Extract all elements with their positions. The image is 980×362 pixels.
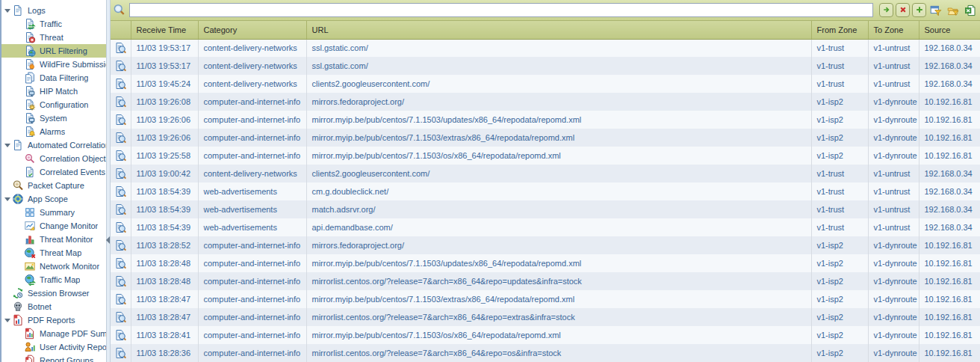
cell-category[interactable]: computer-and-internet-info [198, 147, 306, 165]
log-detail-icon[interactable] [111, 39, 131, 57]
cell-to-zone[interactable]: v1-dynroute [868, 308, 919, 326]
sidebar-item-change-monitor[interactable]: Change Monitor [1, 219, 106, 233]
export-csv-button[interactable] [963, 3, 978, 18]
cell-source[interactable]: 192.168.0.34 [919, 200, 980, 218]
cell-from-zone[interactable]: v1-trust [811, 182, 868, 200]
cell-receive-time[interactable]: 11/03 18:54:39 [131, 182, 198, 200]
sidebar-item-alarms[interactable]: Alarms [1, 125, 106, 138]
cell-receive-time[interactable]: 11/03 18:28:47 [131, 290, 198, 308]
cell-receive-time[interactable]: 11/03 19:00:42 [131, 165, 198, 182]
cell-category[interactable]: content-delivery-networks [198, 57, 306, 75]
cell-source[interactable]: 10.192.16.81 [919, 308, 980, 326]
cell-source[interactable]: 10.192.16.81 [919, 129, 980, 147]
sidebar-item-wildfire-submissions[interactable]: WildFire Submissions [1, 58, 106, 71]
cell-url[interactable]: mirrorlist.centos.org/?release=7&arch=x8… [306, 308, 811, 326]
cell-url[interactable]: mirror.myip.be/pub/centos/7.1.1503/updat… [306, 254, 811, 272]
cell-receive-time[interactable]: 11/03 19:26:06 [131, 129, 198, 147]
log-detail-icon[interactable] [111, 254, 131, 272]
cell-from-zone[interactable]: v1-trust [811, 57, 868, 75]
cell-from-zone[interactable]: v1-isp2 [811, 236, 868, 254]
cell-from-zone[interactable]: v1-trust [811, 200, 868, 218]
cell-category[interactable]: computer-and-internet-info [198, 129, 306, 147]
cell-receive-time[interactable]: 11/03 18:28:41 [131, 326, 198, 344]
sidebar-item-summary[interactable]: Summary [1, 206, 106, 219]
sidebar-item-user-activity-report[interactable]: User Activity Report [1, 340, 106, 354]
cell-from-zone[interactable]: v1-isp2 [811, 111, 868, 129]
cell-url[interactable]: mirrors.fedoraproject.org/ [306, 93, 811, 111]
sidebar-item-traffic-map[interactable]: Traffic Map [1, 273, 106, 286]
cell-url[interactable]: mirrorlist.centos.org/?release=7&arch=x8… [306, 272, 811, 290]
cell-receive-time[interactable]: 11/03 19:26:06 [131, 111, 198, 129]
cell-to-zone[interactable]: v1-dynroute [868, 326, 919, 344]
cell-source[interactable]: 10.192.16.81 [919, 147, 980, 165]
log-detail-icon[interactable] [111, 93, 131, 111]
cell-to-zone[interactable]: v1-untrust [868, 75, 919, 93]
sidebar-item-threat-monitor[interactable]: Threat Monitor [1, 233, 106, 246]
cell-source[interactable]: 192.168.0.34 [919, 57, 980, 75]
cell-to-zone[interactable]: v1-untrust [868, 39, 919, 57]
sidebar-item-app-scope[interactable]: App Scope [1, 192, 106, 206]
column-header-to_zone[interactable]: To Zone [868, 21, 919, 39]
expander-triangle-icon[interactable] [3, 144, 12, 147]
sidebar-item-botnet[interactable]: Botnet [1, 300, 106, 313]
cell-source[interactable]: 10.192.16.81 [919, 236, 980, 254]
cell-to-zone[interactable]: v1-dynroute [868, 129, 919, 147]
cell-source[interactable]: 10.192.16.81 [919, 290, 980, 308]
cell-from-zone[interactable]: v1-isp2 [811, 290, 868, 308]
sidebar-item-system[interactable]: System [1, 111, 106, 125]
column-header-receive_time[interactable]: Receive Time [131, 21, 198, 39]
cell-from-zone[interactable]: v1-trust [811, 165, 868, 182]
sidebar-item-automated-correlation[interactable]: Automated Correlation [1, 138, 106, 152]
sidebar-item-network-monitor[interactable]: Network Monitor [1, 260, 106, 273]
cell-url[interactable]: mirror.myip.be/pub/centos/7.1.1503/updat… [306, 111, 811, 129]
cell-receive-time[interactable]: 11/03 19:26:08 [131, 93, 198, 111]
apply-filter-button[interactable] [879, 3, 893, 17]
cell-category[interactable]: computer-and-internet-info [198, 344, 306, 362]
cell-category[interactable]: computer-and-internet-info [198, 308, 306, 326]
cell-url[interactable]: mirror.myip.be/pub/centos/7.1.1503/os/x8… [306, 326, 811, 344]
cell-url[interactable]: clients2.googleusercontent.com/ [306, 75, 811, 93]
log-detail-icon[interactable] [111, 236, 131, 254]
log-filter-input[interactable] [129, 3, 873, 17]
expander-triangle-icon[interactable] [3, 319, 12, 322]
cell-source[interactable]: 192.168.0.34 [919, 165, 980, 182]
column-header-category[interactable]: Category [198, 21, 306, 39]
cell-receive-time[interactable]: 11/03 18:28:36 [131, 344, 198, 362]
cell-to-zone[interactable]: v1-dynroute [868, 254, 919, 272]
log-detail-icon[interactable] [111, 129, 131, 147]
cell-to-zone[interactable]: v1-dynroute [868, 147, 919, 165]
log-detail-icon[interactable] [111, 111, 131, 129]
log-detail-icon[interactable] [111, 165, 131, 182]
cell-category[interactable]: computer-and-internet-info [198, 236, 306, 254]
cell-category[interactable]: web-advertisements [198, 200, 306, 218]
cell-from-zone[interactable]: v1-isp2 [811, 272, 868, 290]
cell-from-zone[interactable]: v1-isp2 [811, 129, 868, 147]
cell-url[interactable]: mirror.myip.be/pub/centos/7.1.1503/os/x8… [306, 147, 811, 165]
cell-category[interactable]: content-delivery-networks [198, 39, 306, 57]
cell-source[interactable]: 192.168.0.34 [919, 182, 980, 200]
sidebar-item-threat[interactable]: Threat [1, 31, 106, 44]
cell-to-zone[interactable]: v1-dynroute [868, 111, 919, 129]
cell-url[interactable]: mirrorlist.centos.org/?release=7&arch=x8… [306, 344, 811, 362]
cell-source[interactable]: 10.192.16.81 [919, 326, 980, 344]
sidebar-item-configuration[interactable]: Configuration [1, 98, 106, 111]
sidebar-item-url-filtering[interactable]: URL Filtering [1, 44, 106, 58]
column-header-url[interactable]: URL [306, 21, 811, 39]
cell-url[interactable]: mirror.myip.be/pub/centos/7.1.1503/extra… [306, 129, 811, 147]
cell-url[interactable]: ssl.gstatic.com/ [306, 39, 811, 57]
sidebar-item-packet-capture[interactable]: Packet Capture [1, 179, 106, 192]
cell-receive-time[interactable]: 11/03 18:54:39 [131, 218, 198, 236]
cell-receive-time[interactable]: 11/03 18:28:48 [131, 272, 198, 290]
cell-category[interactable]: web-advertisements [198, 218, 306, 236]
cell-to-zone[interactable]: v1-dynroute [868, 344, 919, 362]
log-detail-icon[interactable] [111, 272, 131, 290]
sidebar-item-session-browser[interactable]: Session Browser [1, 286, 106, 300]
sidebar-item-data-filtering[interactable]: Data Filtering [1, 71, 106, 85]
log-detail-icon[interactable] [111, 147, 131, 165]
cell-source[interactable]: 192.168.0.34 [919, 75, 980, 93]
cell-source[interactable]: 10.192.16.81 [919, 93, 980, 111]
load-filter-button[interactable] [946, 3, 961, 18]
cell-from-zone[interactable]: v1-trust [811, 75, 868, 93]
cell-to-zone[interactable]: v1-untrust [868, 165, 919, 182]
cell-category[interactable]: computer-and-internet-info [198, 326, 306, 344]
